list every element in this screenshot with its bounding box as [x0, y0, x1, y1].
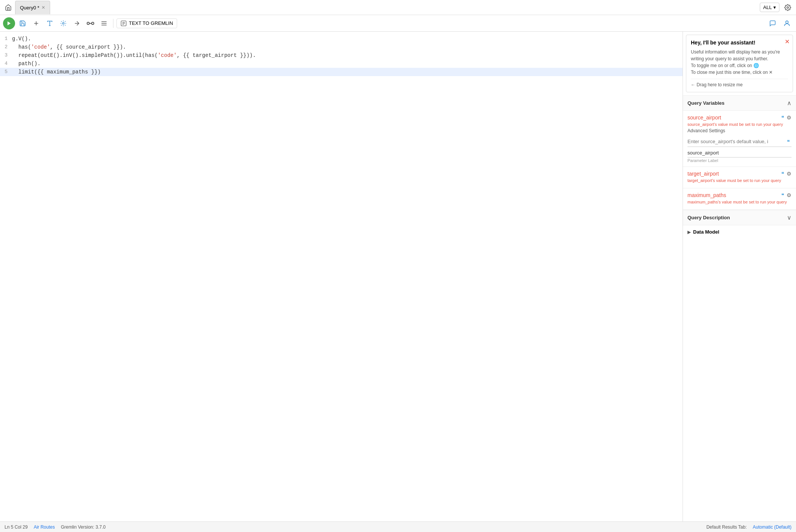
- variable-maximum-paths: maximum_paths ❝ ⚙ maximum_paths's value …: [683, 188, 796, 210]
- right-panel: Hey, I'll be your assistant! ✕ Useful in…: [683, 32, 796, 521]
- status-right: Default Results Tab: Automatic (Default): [706, 524, 791, 530]
- param-label-text: Parameter Label: [687, 158, 791, 163]
- query-description-header[interactable]: Query Description ∨: [683, 210, 796, 225]
- data-model-row[interactable]: ▶ Data Model: [683, 225, 796, 238]
- query-tab[interactable]: Query0 * ✕: [15, 1, 50, 14]
- quote-icon-target[interactable]: ❝: [781, 171, 784, 177]
- snippet-button[interactable]: [57, 17, 69, 29]
- gear-icon-target[interactable]: ⚙: [787, 171, 791, 177]
- all-dropdown[interactable]: ALL ▾: [760, 3, 779, 12]
- gremlin-version: Gremlin Version: 3.7.0: [61, 524, 106, 530]
- var-header-target: target_airport ❝ ⚙: [687, 171, 791, 177]
- toolbar: TEXT TO GREMLIN: [0, 15, 796, 32]
- param-label-wrapper: source_airport Parameter Label: [687, 150, 791, 163]
- quote-icon-source[interactable]: ❝: [781, 115, 784, 121]
- cursor-position: Ln 5 Col 29: [5, 524, 28, 530]
- toolbar-divider: [113, 19, 113, 28]
- run-button[interactable]: [3, 17, 15, 29]
- svg-point-18: [786, 21, 788, 23]
- svg-point-0: [787, 6, 789, 8]
- svg-marker-1: [8, 21, 11, 25]
- var-icons-source: ❝ ⚙: [781, 115, 791, 121]
- collapse-icon: ∧: [787, 99, 791, 107]
- svg-point-9: [92, 22, 94, 24]
- variable-source-airport: source_airport ❝ ⚙ source_airport's valu…: [683, 111, 796, 167]
- var-error-max: maximum_paths's value must be set to run…: [687, 200, 791, 204]
- var-input-wrapper-source: ❝: [687, 136, 791, 147]
- code-line-4: 4 path().: [0, 60, 683, 68]
- title-bar-right: ALL ▾: [760, 2, 793, 13]
- var-icons-max: ❝ ⚙: [781, 192, 791, 198]
- var-error-source: source_airport's value must be set to ru…: [687, 122, 791, 127]
- user-button[interactable]: [781, 17, 793, 29]
- toolbar-right: [767, 17, 793, 29]
- chat-button[interactable]: [767, 17, 779, 29]
- direction-button[interactable]: [71, 17, 83, 29]
- data-model-label: Data Model: [693, 229, 719, 235]
- code-lines: 1 g.V(). 2 has('code', {{ source_airport…: [0, 32, 683, 79]
- save-button[interactable]: [17, 17, 29, 29]
- format-button[interactable]: [44, 17, 56, 29]
- chevron-down-icon: ▾: [773, 5, 776, 10]
- var-name-source: source_airport: [687, 115, 721, 121]
- tab-label: Query0 *: [20, 5, 39, 11]
- results-tab-value[interactable]: Automatic (Default): [753, 524, 791, 530]
- var-error-target: target_airport's value must be set to ru…: [687, 178, 791, 183]
- var-name-max: maximum_paths: [687, 192, 726, 198]
- title-bar: Query0 * ✕ ALL ▾: [0, 0, 796, 15]
- query-desc-chevron: ∨: [787, 214, 791, 221]
- code-line-1: 1 g.V().: [0, 35, 683, 43]
- code-editor[interactable]: 1 g.V(). 2 has('code', {{ source_airport…: [0, 32, 683, 521]
- assistant-box: Hey, I'll be your assistant! ✕ Useful in…: [686, 35, 793, 92]
- param-value: source_airport: [687, 150, 791, 157]
- gear-icon-max[interactable]: ⚙: [787, 192, 791, 198]
- align-button[interactable]: [98, 17, 110, 29]
- gear-icon-source[interactable]: ⚙: [787, 115, 791, 121]
- code-line-3: 3 repeat(outE().inV().simplePath()).unti…: [0, 51, 683, 60]
- text-to-gremlin-label: TEXT TO GREMLIN: [129, 20, 173, 26]
- advanced-settings-link[interactable]: Advanced Settings: [687, 128, 791, 133]
- code-line-2: 2 has('code', {{ source_airport }}).: [0, 43, 683, 51]
- svg-point-8: [87, 22, 89, 24]
- assistant-title: Hey, I'll be your assistant!: [691, 40, 788, 46]
- status-bar: Ln 5 Col 29 Air Routes Gremlin Version: …: [0, 521, 796, 532]
- quote-icon-max[interactable]: ❝: [781, 192, 784, 198]
- text-to-gremlin-button[interactable]: TEXT TO GREMLIN: [116, 18, 177, 28]
- variable-target-airport: target_airport ❝ ⚙ target_airport's valu…: [683, 167, 796, 188]
- code-line-5: 5 limit({{ maximum_paths }}): [0, 68, 683, 76]
- main-content: 1 g.V(). 2 has('code', {{ source_airport…: [0, 32, 796, 521]
- var-header-max: maximum_paths ❝ ⚙: [687, 192, 791, 198]
- input-quote-icon: ❝: [787, 139, 790, 145]
- assistant-text: Useful information will display here as …: [691, 49, 788, 76]
- drag-hint[interactable]: ← Drag here to resize me: [691, 82, 788, 87]
- svg-point-6: [63, 22, 64, 24]
- query-variables-title: Query Variables: [687, 100, 724, 106]
- results-tab-label: Default Results Tab:: [706, 524, 747, 530]
- query-variables-header[interactable]: Query Variables ∧: [683, 95, 796, 111]
- graph-name[interactable]: Air Routes: [34, 524, 55, 530]
- settings-button[interactable]: [782, 2, 793, 13]
- data-model-arrow-icon: ▶: [687, 229, 691, 235]
- query-description-title: Query Description: [687, 215, 730, 220]
- add-button[interactable]: [30, 17, 42, 29]
- binding-button[interactable]: [84, 17, 96, 29]
- assistant-close-button[interactable]: ✕: [785, 38, 790, 45]
- tab-area: Query0 * ✕: [15, 1, 758, 14]
- home-button[interactable]: [3, 2, 14, 13]
- assistant-divider: [691, 79, 788, 79]
- var-name-target: target_airport: [687, 171, 719, 177]
- var-icons-target: ❝ ⚙: [781, 171, 791, 177]
- var-header-source: source_airport ❝ ⚙: [687, 115, 791, 121]
- var-input-source[interactable]: [687, 136, 791, 147]
- tab-close-button[interactable]: ✕: [41, 5, 45, 10]
